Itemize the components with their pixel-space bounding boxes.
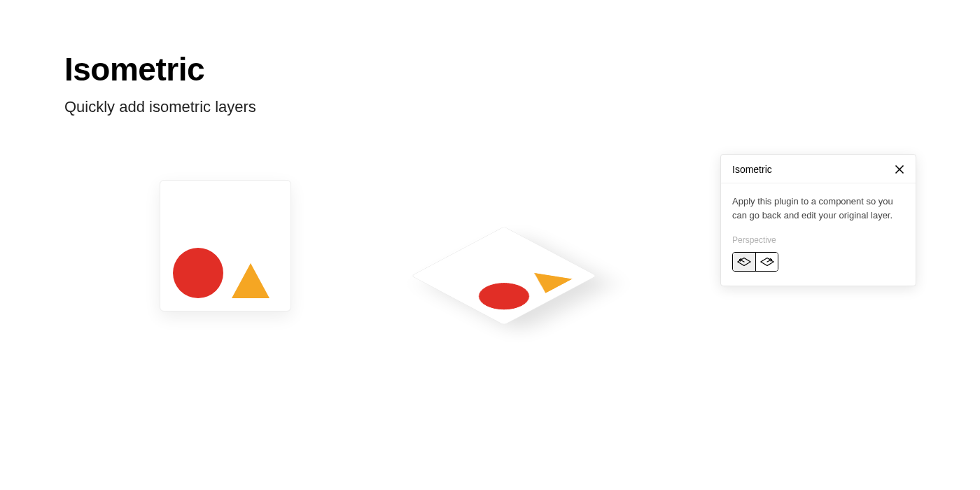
plugin-panel-title: Isometric (732, 164, 772, 175)
example-isometric-wrapper (406, 210, 602, 350)
close-button[interactable] (893, 163, 906, 176)
plugin-panel-header: Isometric (721, 155, 916, 183)
plugin-panel: Isometric Apply this plugin to a compone… (720, 154, 916, 286)
example-flat-card (160, 180, 291, 312)
page-subtitle: Quickly add isometric layers (64, 98, 256, 116)
page-title: Isometric (64, 50, 256, 88)
heading-block: Isometric Quickly add isometric layers (64, 50, 256, 116)
perspective-button-group (732, 252, 778, 272)
page-root: Isometric Quickly add isometric layers I… (0, 0, 980, 490)
plugin-panel-description: Apply this plugin to a component so you … (732, 195, 904, 223)
perspective-right-button[interactable] (755, 253, 778, 271)
red-circle-icon (173, 248, 223, 298)
perspective-label: Perspective (732, 235, 904, 245)
close-icon (895, 164, 904, 174)
perspective-left-button[interactable] (733, 253, 755, 271)
example-isometric-card (411, 227, 597, 326)
perspective-right-icon (760, 256, 775, 267)
orange-triangle-icon (232, 263, 270, 298)
plugin-panel-body: Apply this plugin to a component so you … (721, 183, 916, 286)
perspective-left-icon (736, 256, 752, 267)
orange-triangle-icon (521, 266, 573, 293)
